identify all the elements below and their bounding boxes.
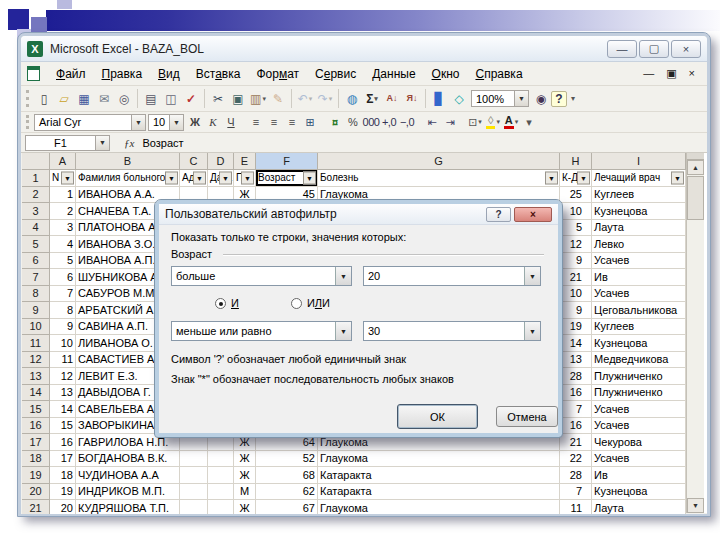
chevron-down-icon[interactable]: ▾ [515, 118, 519, 126]
row-header-3[interactable]: 3 [22, 203, 50, 220]
cell-A5[interactable]: 4 [50, 236, 76, 253]
row-header-13[interactable]: 13 [22, 368, 50, 385]
and-radio[interactable] [215, 298, 226, 309]
cell-A9[interactable]: 8 [50, 302, 76, 319]
cell-E20[interactable]: М [234, 484, 256, 501]
cell-I11[interactable]: Кузнецова [592, 335, 686, 352]
row-header-11[interactable]: 11 [22, 335, 50, 352]
drawing-icon[interactable]: ◇ [449, 89, 469, 109]
header-cell-D1[interactable]: Дата▼ [208, 170, 234, 187]
filter-button-H[interactable]: ▼ [577, 171, 590, 184]
cell-H4[interactable]: 5 [560, 220, 592, 237]
cell-F21[interactable]: 67 [256, 500, 318, 516]
select-all-corner[interactable] [22, 153, 50, 170]
cell-I18[interactable]: Усачев [592, 451, 686, 468]
copy-icon[interactable]: ▣ [228, 89, 248, 109]
menu-Данные[interactable]: Данные [364, 64, 423, 84]
doc-close-button-icon[interactable]: × [689, 68, 695, 79]
row-header-9[interactable]: 9 [22, 302, 50, 319]
cell-C21[interactable] [180, 500, 208, 516]
toolbar-drag-handle[interactable] [26, 115, 29, 129]
cell-I15[interactable]: Усачев [592, 401, 686, 418]
cell-H2[interactable]: 25 [560, 187, 592, 204]
cell-A20[interactable]: 19 [50, 484, 76, 501]
and-radio-label[interactable]: И [231, 297, 239, 309]
cell-H13[interactable]: 28 [560, 368, 592, 385]
cell-I21[interactable]: Лаута [592, 500, 686, 516]
scroll-up-icon[interactable]: ▲ [687, 160, 704, 175]
cell-E19[interactable]: Ж [234, 467, 256, 484]
menu-Формат[interactable]: Формат [248, 64, 307, 84]
column-header-I[interactable]: I [592, 153, 686, 170]
cell-A7[interactable]: 6 [50, 269, 76, 286]
increase-decimal-icon[interactable]: +,0 [380, 113, 398, 131]
cell-H15[interactable]: 7 [560, 401, 592, 418]
cell-I6[interactable]: Усачев [592, 253, 686, 270]
decrease-decimal-icon[interactable]: −,0 [398, 113, 416, 131]
save-icon[interactable]: ▦ [74, 89, 94, 109]
cell-A16[interactable]: 15 [50, 418, 76, 435]
toolbar-drag-handle[interactable] [26, 90, 29, 108]
cell-H9[interactable]: 9 [560, 302, 592, 319]
scroll-down-icon[interactable]: ▼ [687, 498, 704, 513]
header-cell-E1[interactable]: По▼ [234, 170, 256, 187]
scrollbar-thumb[interactable] [687, 176, 704, 220]
cell-I4[interactable]: Лаута [592, 220, 686, 237]
sort-ascending-icon[interactable]: А↓ [382, 89, 402, 109]
insert-function-icon[interactable]: ƒx [124, 137, 134, 149]
paste-icon[interactable]: ▥▾ [248, 89, 268, 109]
chevron-down-icon[interactable]: ▼ [524, 267, 540, 285]
cell-H14[interactable]: 16 [560, 385, 592, 402]
cell-I8[interactable]: Усачев [592, 286, 686, 303]
font-color-icon[interactable]: А▾ [502, 113, 520, 131]
row-header-15[interactable]: 15 [22, 401, 50, 418]
cell-A17[interactable]: 16 [50, 434, 76, 451]
column-header-A[interactable]: A [50, 153, 76, 170]
cell-C19[interactable] [180, 467, 208, 484]
header-cell-A1[interactable]: N▼ [50, 170, 76, 187]
chevron-down-icon[interactable]: ▾ [309, 95, 313, 103]
header-cell-C1[interactable]: Адр▼ [180, 170, 208, 187]
or-radio[interactable] [291, 298, 302, 309]
underline-icon[interactable]: Ч [222, 113, 240, 131]
cell-I7[interactable]: Ив [592, 269, 686, 286]
cell-H6[interactable]: 9 [560, 253, 592, 270]
cell-I5[interactable]: Левко [592, 236, 686, 253]
cell-D19[interactable] [208, 467, 234, 484]
cancel-button[interactable]: Отмена [496, 406, 558, 427]
open-folder-icon[interactable]: ▱ [54, 89, 74, 109]
find-icon[interactable]: ◉ [531, 89, 551, 109]
print-preview-icon[interactable]: ◫ [161, 89, 181, 109]
row-header-17[interactable]: 17 [22, 434, 50, 451]
cell-D21[interactable] [208, 500, 234, 516]
chevron-down-icon[interactable]: ▼ [335, 322, 351, 340]
filter-button-F[interactable]: ▼ [303, 171, 316, 184]
doc-restore-button-icon[interactable]: ▣ [666, 68, 676, 79]
decrease-indent-icon[interactable]: ⇤ [423, 113, 441, 131]
cell-H8[interactable]: 10 [560, 286, 592, 303]
cell-I20[interactable]: Кузнецова [592, 484, 686, 501]
cell-I16[interactable]: Усачев [592, 418, 686, 435]
dialog-title-bar[interactable]: Пользовательский автофильтр ? × [159, 204, 558, 225]
cell-G18[interactable]: Глаукома [318, 451, 560, 468]
filter-button-C[interactable]: ▼ [193, 171, 206, 184]
cell-G21[interactable]: Глаукома [318, 500, 560, 516]
column-header-D[interactable]: D [208, 153, 234, 170]
chevron-down-icon[interactable]: ▼ [131, 115, 145, 130]
merge-center-icon[interactable]: ⊞ [301, 113, 319, 131]
chevron-down-icon[interactable]: ▾ [478, 118, 482, 126]
menu-Сервис[interactable]: Сервис [307, 64, 364, 84]
row-header-4[interactable]: 4 [22, 220, 50, 237]
row-header-1[interactable]: 1 [22, 170, 50, 187]
cell-H7[interactable]: 21 [560, 269, 592, 286]
row-header-18[interactable]: 18 [22, 451, 50, 468]
bold-icon[interactable]: Ж [186, 113, 204, 131]
or-radio-label[interactable]: ИЛИ [307, 297, 330, 309]
cell-B19[interactable]: ЧУДИНОВА А.А [76, 467, 180, 484]
menu-Окно[interactable]: Окно [424, 64, 468, 84]
name-box-dropdown-icon[interactable]: ▼ [95, 135, 110, 151]
chevron-down-icon[interactable]: ▾ [329, 95, 333, 103]
cell-H3[interactable]: 10 [560, 203, 592, 220]
doc-minimize-button-icon[interactable]: — [643, 68, 654, 79]
vertical-scrollbar[interactable]: ▲ ▼ [686, 153, 704, 513]
